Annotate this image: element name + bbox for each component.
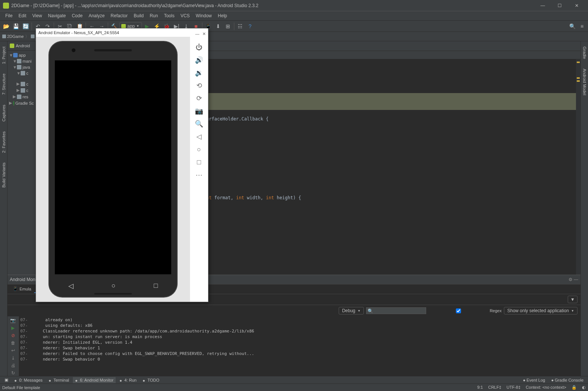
show-tools-icon[interactable]: ▣	[2, 377, 11, 383]
rotate-left-icon[interactable]: ⟲	[194, 79, 204, 92]
status-message: Default File template	[2, 385, 40, 390]
settings-icon[interactable]: ≡	[577, 22, 586, 31]
bottom-tool[interactable]: ●Terminal	[46, 377, 71, 383]
window-titlebar: 2DGame - [D:\2DGame] - [app] - ...\app\s…	[0, 0, 588, 11]
bottom-tool[interactable]: ● Gradle Console	[549, 377, 586, 383]
nav-back-icon[interactable]: ◁	[68, 282, 74, 290]
volume-up-icon[interactable]: 🔊	[194, 54, 204, 66]
log-level-dropdown[interactable]: Debug▼	[339, 307, 364, 314]
left-tab-structure[interactable]: 7: Structure	[1, 72, 7, 96]
bottom-tool-tabs: ▣ ●0: Messages●Terminal●6: Android Monit…	[0, 376, 588, 383]
menu-refactor[interactable]: Refactor	[108, 12, 131, 20]
regex-checkbox[interactable]: Regex	[428, 308, 502, 313]
tree-node[interactable]: ▶c	[8, 87, 35, 93]
gear-icon[interactable]: ⚙ ―	[568, 277, 578, 282]
log-search-input[interactable]	[366, 307, 426, 314]
tree-node[interactable]: ▶res	[8, 93, 35, 100]
maximize-button[interactable]: ☐	[551, 0, 568, 11]
emu-close-icon[interactable]: ✕	[202, 32, 206, 36]
search-icon[interactable]: 🔍	[568, 22, 577, 31]
left-tab-buildvariants[interactable]: Build Variants	[1, 161, 7, 189]
left-tab-captures[interactable]: Captures	[1, 103, 7, 123]
tree-node[interactable]: ▼c	[8, 70, 35, 76]
tree-node[interactable]: ▼app	[8, 52, 35, 58]
menu-build[interactable]: Build	[131, 12, 147, 20]
tree-node[interactable]: ▶Gradle Sc	[8, 100, 35, 106]
right-tool-gutter: GradleAndroid Model	[580, 41, 588, 376]
bottom-tool[interactable]: ● Event Log	[521, 377, 547, 383]
menu-window[interactable]: Window	[193, 12, 215, 20]
home-icon[interactable]: ○	[194, 143, 204, 156]
logcat-tab[interactable]: 📱Emula	[10, 285, 34, 293]
minimize-button[interactable]: ―	[534, 0, 551, 11]
structure-icon[interactable]: ☷	[236, 22, 245, 31]
nav-home-icon[interactable]: ○	[112, 282, 116, 290]
power-icon[interactable]: ⏻	[194, 41, 204, 54]
right-tab-androidmodel[interactable]: Android Model	[582, 67, 588, 97]
wrap-icon[interactable]: ↩	[10, 348, 16, 353]
menu-vcs[interactable]: VCS	[178, 12, 193, 20]
right-tab-gradle[interactable]: Gradle	[582, 45, 588, 60]
bottom-tool[interactable]: ●4: Run	[117, 377, 139, 383]
app-logo-icon	[3, 3, 9, 9]
left-tab-project[interactable]: 1: Project	[1, 45, 7, 65]
menu-analyze[interactable]: Analyze	[86, 12, 108, 20]
print-icon[interactable]: 🖨	[10, 363, 16, 368]
app-filter-dropdown[interactable]: Show only selected application▼	[504, 307, 577, 314]
bottom-speaker-icon	[94, 293, 132, 295]
tree-node[interactable]: ▼java	[8, 64, 35, 70]
lock-icon[interactable]: 🔒	[571, 385, 577, 390]
screenshot-icon[interactable]: 📷	[194, 105, 204, 117]
project-tree[interactable]: ▼app▼mani▼java▼c▶c▶c▶res▶Gradle Sc	[8, 51, 35, 108]
file-encoding[interactable]: UTF-8‡	[507, 385, 520, 390]
log-output[interactable]: already on) using defaults: x86ClassLoad…	[41, 316, 580, 376]
save-icon[interactable]: 💾	[11, 22, 20, 31]
menu-help[interactable]: Help	[215, 12, 230, 20]
clear-icon[interactable]: 🗑	[10, 340, 16, 346]
camera-icon[interactable]: 📷	[10, 318, 16, 323]
menu-code[interactable]: Code	[69, 12, 86, 20]
project-panel-header[interactable]: Android	[8, 41, 35, 51]
scroll-end-icon[interactable]: ⤓	[10, 355, 16, 361]
open-icon[interactable]: 📂	[2, 22, 11, 31]
bottom-tool[interactable]: ●6: Android Monitor	[73, 377, 116, 383]
rotate-right-icon[interactable]: ⟳	[194, 92, 204, 105]
bottom-tool[interactable]: ●TODO	[140, 377, 162, 383]
context-indicator[interactable]: Context: <no context>	[526, 385, 566, 390]
emu-minimize-icon[interactable]: ―	[195, 32, 199, 36]
menu-file[interactable]: File	[2, 12, 15, 20]
emulator-toolbar: ―✕ ⏻ 🔊 🔉 ⟲ ⟳ 📷 🔍 ◁ ○ □ ⋯	[190, 29, 208, 302]
sdk-icon[interactable]: ⬇	[214, 22, 223, 31]
restart-icon[interactable]: ↻	[10, 370, 16, 376]
cursor-position[interactable]: 9:1	[477, 385, 483, 390]
run-icon[interactable]: ▶	[10, 325, 16, 331]
memory-indicator[interactable]: ◐	[582, 385, 586, 390]
help-icon[interactable]: ?	[246, 22, 255, 31]
overview-icon[interactable]: □	[194, 156, 204, 168]
stop-icon[interactable]: ⊘	[10, 333, 16, 338]
layout-captures-icon[interactable]: ⊞	[223, 22, 232, 31]
menu-edit[interactable]: Edit	[15, 12, 29, 20]
more-icon[interactable]: ⋯	[194, 168, 204, 181]
line-ending[interactable]: CRLF‡	[488, 385, 501, 390]
bottom-tool[interactable]: ●0: Messages	[12, 377, 45, 383]
nav-recents-icon[interactable]: □	[154, 282, 158, 290]
volume-down-icon[interactable]: 🔉	[194, 66, 204, 79]
phone-screen[interactable]	[55, 60, 171, 274]
sync-icon[interactable]: 🔄	[21, 22, 30, 31]
menu-view[interactable]: View	[29, 12, 45, 20]
zoom-icon[interactable]: 🔍	[194, 117, 204, 130]
menu-navigate[interactable]: Navigate	[45, 12, 69, 20]
drop-indicator[interactable]: ▼	[568, 296, 577, 303]
close-button[interactable]: ✕	[568, 0, 585, 11]
breadcrumb-item[interactable]: 2DGame	[2, 34, 24, 39]
speaker-icon	[94, 49, 132, 51]
left-tab-favorites[interactable]: 2: Favorites	[1, 130, 7, 154]
tree-node[interactable]: ▶c	[8, 81, 35, 87]
emulator-window[interactable]: Android Emulator - Nexus_5X_API_24:5554 …	[36, 28, 208, 302]
tree-node[interactable]: ▼mani	[8, 58, 35, 64]
android-icon	[121, 24, 126, 29]
menu-tools[interactable]: Tools	[161, 12, 178, 20]
menu-run[interactable]: Run	[147, 12, 161, 20]
back-icon[interactable]: ◁	[194, 130, 204, 143]
